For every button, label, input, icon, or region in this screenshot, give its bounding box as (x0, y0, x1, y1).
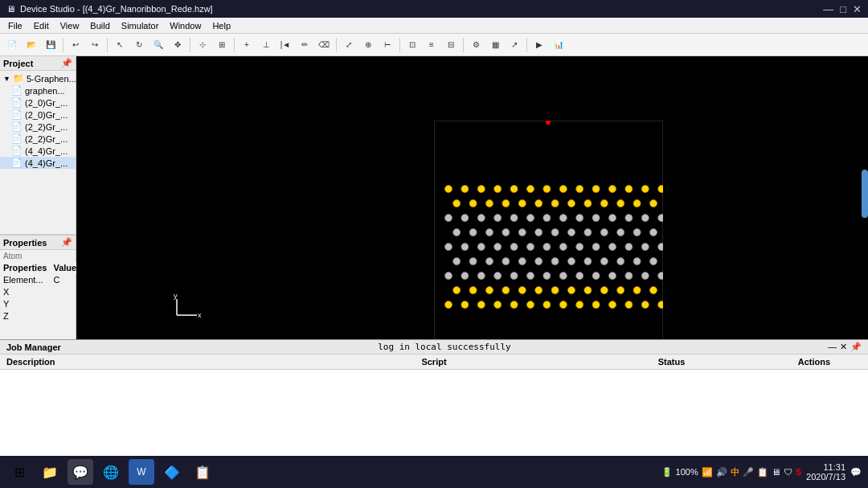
svg-point-129 (527, 273, 534, 280)
toolbar-zoom[interactable]: 🔍 (149, 36, 167, 54)
toolbar-mirror[interactable]: ⊢ (379, 36, 396, 54)
toolbar-add-atom[interactable]: + (238, 36, 256, 54)
job-manager-header: Job Manager log in local successfully — … (0, 340, 868, 355)
svg-point-29 (535, 200, 542, 207)
svg-point-124 (445, 273, 452, 280)
toolbar-move[interactable]: ⤢ (340, 36, 358, 54)
toolbar-bond[interactable]: ⊥ (257, 36, 275, 54)
toolbar-pan[interactable]: ✥ (169, 36, 186, 54)
toolbar-settings[interactable]: ⚙ (467, 36, 485, 54)
tree-item-2-2-gr-2[interactable]: 📄 (2_2)Gr_... (0, 133, 76, 145)
jm-close-btn[interactable]: ✕ (840, 342, 847, 352)
svg-point-170 (543, 301, 551, 309)
svg-point-69 (535, 229, 542, 236)
minimize-button[interactable]: — (823, 3, 833, 15)
svg-point-137 (658, 273, 663, 280)
toolbar-save[interactable]: 💾 (42, 36, 59, 54)
tree-item-root[interactable]: ▼ 📁 5-Graphen... (0, 72, 76, 84)
svg-point-5 (461, 186, 469, 193)
toolbar-grid[interactable]: ⊞ (213, 36, 231, 54)
toolbar-measure[interactable]: |◄ (276, 36, 294, 54)
toolbar-center[interactable]: ⊡ (403, 36, 421, 54)
svg-point-155 (633, 287, 641, 294)
menu-view[interactable]: View (55, 19, 84, 32)
svg-point-174 (609, 301, 616, 309)
maximize-button[interactable]: □ (840, 3, 846, 15)
start-button[interactable]: ⊞ (6, 459, 32, 485)
tree-label: (2_0)Gr_... (25, 110, 68, 120)
file-icon: 📄 (11, 97, 23, 108)
app2-icon: 🖥 (772, 467, 780, 477)
scrollbar-handle[interactable] (862, 170, 868, 218)
toolbar-distribute[interactable]: ⊟ (442, 36, 460, 54)
tree-item-graphen[interactable]: 📄 graphen... (0, 84, 76, 96)
project-pin[interactable]: 📌 (61, 58, 72, 68)
svg-point-12 (576, 186, 583, 193)
toolbar-open[interactable]: 📂 (23, 36, 40, 54)
taskbar-right: 🔋 100% 📶 🔊 中 🎤 📋 🖥 🛡 S 11:31 2020/7/13 💬 (661, 462, 862, 482)
toolbar-align[interactable]: ≡ (423, 36, 440, 54)
toolbar-undo[interactable]: ↩ (67, 36, 84, 54)
svg-point-111 (568, 258, 575, 265)
properties-pin[interactable]: 📌 (61, 237, 72, 248)
svg-point-106 (486, 258, 493, 265)
menu-edit[interactable]: Edit (29, 19, 54, 32)
col-actions: Actions (767, 357, 862, 367)
svg-point-66 (486, 229, 493, 236)
svg-point-16 (641, 186, 649, 193)
svg-point-153 (600, 287, 608, 294)
notification-icon[interactable]: 💬 (850, 467, 862, 478)
toolbar-render[interactable]: ▦ (486, 36, 504, 54)
toolbar-select[interactable]: ⊹ (194, 36, 211, 54)
toolbar: 📄 📂 💾 ↩ ↪ ↖ ↻ 🔍 ✥ ⊹ ⊞ + ⊥ |◄ ✏ ⌫ ⤢ ⊕ ⊢ ⊡… (0, 34, 868, 56)
menu-window[interactable]: Window (165, 19, 206, 32)
close-button[interactable]: ✕ (853, 3, 862, 15)
tree-item-2-2-gr-1[interactable]: 📄 (2_2)Gr_... (0, 121, 76, 133)
tree-item-4-4-gr-1[interactable]: 📄 (4_4)Gr_... (0, 145, 76, 157)
toolbar-copy[interactable]: ⊕ (359, 36, 377, 54)
taskbar-time: 11:31 2020/7/13 (806, 462, 845, 482)
toolbar-new[interactable]: 📄 (3, 36, 21, 54)
bottom-area: Job Manager log in local successfully — … (0, 339, 868, 456)
taskbar-wechat[interactable]: 💬 (68, 459, 93, 485)
toolbar-export[interactable]: ↗ (506, 36, 523, 54)
toolbar-draw[interactable]: ✏ (296, 36, 313, 54)
taskbar-sys-icons: 🔋 100% 📶 🔊 中 🎤 📋 🖥 🛡 S (661, 466, 801, 478)
menu-help[interactable]: Help (207, 19, 235, 32)
svg-point-164 (445, 301, 452, 309)
menu-build[interactable]: Build (85, 19, 114, 32)
svg-point-177 (658, 301, 663, 309)
toolbar-analyze[interactable]: 📊 (550, 36, 567, 54)
svg-point-147 (502, 287, 510, 294)
value-col-header: Value (50, 262, 80, 274)
toolbar-simulate[interactable]: ▶ (530, 36, 548, 54)
col-status: Status (576, 357, 766, 367)
svg-point-34 (617, 200, 624, 207)
menu-file[interactable]: File (3, 19, 27, 32)
svg-point-35 (633, 200, 641, 207)
taskbar-diamond[interactable]: 🔷 (159, 459, 185, 485)
left-panel: Project 📌 ▼ 📁 5-Graphen... 📄 graphen... … (0, 56, 76, 339)
viewport[interactable]: x y (76, 56, 868, 339)
taskbar-explorer[interactable]: 📁 (37, 459, 63, 485)
project-tree: ▼ 📁 5-Graphen... 📄 graphen... 📄 (2_0)Gr_… (0, 71, 76, 170)
toolbar-erase[interactable]: ⌫ (315, 36, 333, 54)
menu-simulator[interactable]: Simulator (117, 19, 163, 32)
toolbar-redo[interactable]: ↪ (86, 36, 104, 54)
taskbar: ⊞ 📁 💬 🌐 W 🔷 📋 🔋 100% 📶 🔊 中 🎤 📋 🖥 🛡 S 11:… (0, 456, 868, 488)
jm-pin-btn[interactable]: 📌 (850, 342, 862, 352)
taskbar-clipboard[interactable]: 📋 (190, 459, 215, 485)
svg-text:x: x (198, 311, 202, 319)
taskbar-browser[interactable]: 🌐 (98, 459, 124, 485)
svg-point-30 (551, 200, 559, 207)
battery-percentage: 100% (676, 467, 698, 477)
jm-minimize-btn[interactable]: — (828, 342, 837, 352)
tree-item-2-0-gr-2[interactable]: 📄 (2_0)Gr_... (0, 109, 76, 121)
toolbar-rotate[interactable]: ↻ (130, 36, 148, 54)
taskbar-word[interactable]: W (129, 459, 154, 485)
tree-item-2-0-gr-1[interactable]: 📄 (2_0)Gr_... (0, 96, 76, 109)
toolbar-cursor[interactable]: ↖ (111, 36, 129, 54)
property-row-x: X (0, 286, 80, 298)
date-display: 2020/7/13 (806, 472, 845, 482)
tree-item-4-4-gr-2[interactable]: 📄 (4_4)Gr_... (0, 157, 76, 169)
